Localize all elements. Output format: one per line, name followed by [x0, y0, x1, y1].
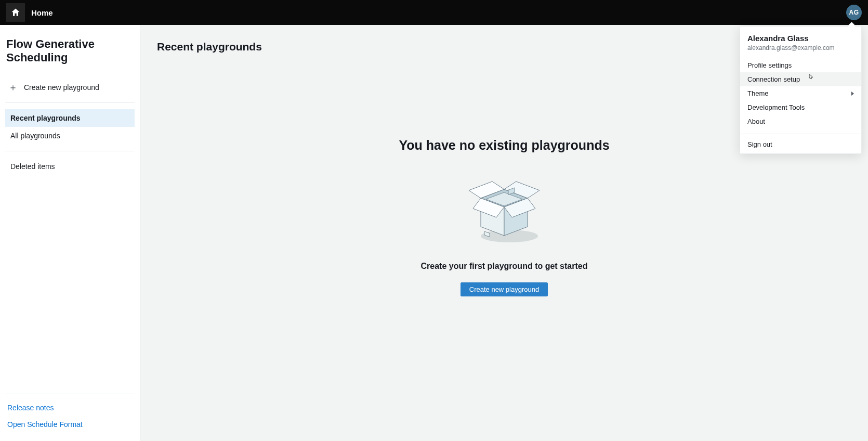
- user-menu-item-theme[interactable]: Theme: [740, 86, 861, 100]
- empty-box-icon: [457, 170, 551, 245]
- user-menu-item-label: Theme: [747, 89, 768, 97]
- layout: Flow Generative Scheduling ＋ Create new …: [0, 25, 868, 441]
- user-menu-item-connection-setup[interactable]: Connection setup: [740, 72, 861, 86]
- sidebar-link-open-schedule-format[interactable]: Open Schedule Format: [5, 417, 135, 432]
- topbar: Home AG: [0, 0, 868, 25]
- user-menu-item-about[interactable]: About: [740, 114, 861, 131]
- create-playground-label: Create new playground: [24, 83, 99, 92]
- sidebar-item-deleted[interactable]: Deleted items: [5, 158, 135, 175]
- home-button[interactable]: [6, 3, 25, 22]
- sidebar-divider: [5, 102, 135, 103]
- user-menu-email: alexandra.glass@example.com: [747, 44, 854, 51]
- user-menu-header: Alexandra Glass alexandra.glass@example.…: [740, 27, 861, 58]
- home-icon: [10, 7, 21, 18]
- avatar[interactable]: AG: [846, 5, 862, 20]
- user-menu-name: Alexandra Glass: [747, 34, 854, 43]
- user-menu-item-label: Connection setup: [747, 75, 800, 83]
- sidebar-item-all-playgrounds[interactable]: All playgrounds: [5, 127, 135, 145]
- empty-state-title: You have no existing playgrounds: [369, 138, 639, 153]
- plus-icon: ＋: [8, 83, 18, 92]
- sidebar-spacer: [5, 175, 135, 387]
- user-menu-divider: [740, 134, 861, 134]
- create-playground-button[interactable]: ＋ Create new playground: [5, 79, 135, 96]
- empty-state-subtitle: Create your first playground to get star…: [369, 262, 639, 271]
- user-menu: Alexandra Glass alexandra.glass@example.…: [740, 26, 862, 154]
- home-label: Home: [31, 8, 53, 17]
- sidebar-item-recent-playgrounds[interactable]: Recent playgrounds: [5, 109, 135, 127]
- empty-state: You have no existing playgrounds: [369, 138, 639, 296]
- sidebar-divider: [5, 151, 135, 151]
- user-menu-item-signout[interactable]: Sign out: [740, 137, 861, 153]
- user-menu-item-profile-settings[interactable]: Profile settings: [740, 58, 861, 72]
- sidebar: Flow Generative Scheduling ＋ Create new …: [0, 25, 140, 441]
- cursor-pointer-icon: [806, 73, 814, 82]
- sidebar-link-release-notes[interactable]: Release notes: [5, 400, 135, 415]
- user-menu-item-dev-tools[interactable]: Development Tools: [740, 100, 861, 114]
- app-title: Flow Generative Scheduling: [5, 37, 135, 79]
- create-playground-cta[interactable]: Create new playground: [461, 282, 548, 296]
- sidebar-divider: [5, 394, 135, 394]
